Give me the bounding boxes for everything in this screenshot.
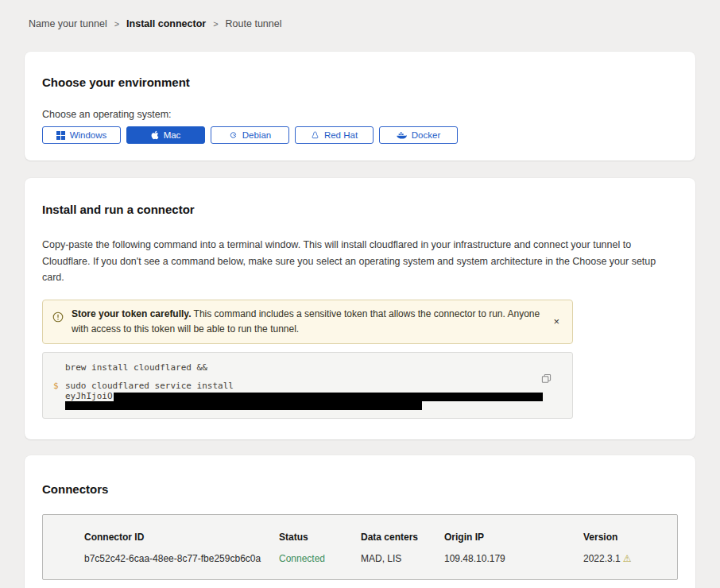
docker-whale-icon <box>397 131 407 140</box>
choose-environment-card: Choose your environment Choose an operat… <box>25 52 695 161</box>
os-button-label: Docker <box>412 130 440 140</box>
connector-origin-ip-value: 109.48.10.179 <box>444 553 583 564</box>
install-connector-card: Install and run a connector Copy-paste t… <box>25 178 695 439</box>
connector-data-centers-value: MAD, LIS <box>361 553 444 564</box>
warning-close-button[interactable]: × <box>550 313 563 330</box>
connector-status-value: Connected <box>279 553 361 564</box>
os-button-label: Debian <box>242 130 271 140</box>
token-warning-banner: Store your token carefully. This command… <box>42 300 573 344</box>
code-line-brew: brew install cloudflared && <box>43 362 572 373</box>
os-button-mac[interactable]: Mac <box>126 126 205 144</box>
breadcrumb-separator: > <box>213 19 218 29</box>
token-warning-text: Store your token carefully. This command… <box>72 307 542 337</box>
breadcrumb-step-install-connector[interactable]: Install connector <box>126 18 206 29</box>
os-button-label: Red Hat <box>324 130 358 140</box>
install-description: Copy-paste the following command into a … <box>42 237 678 286</box>
column-header-version: Version <box>583 532 669 543</box>
connectors-card: Connectors Connector ID Status Data cent… <box>25 455 695 588</box>
os-button-redhat[interactable]: Red Hat <box>295 126 374 144</box>
shell-prompt: $ <box>53 381 59 391</box>
redaction-bar <box>65 401 422 410</box>
environment-card-title: Choose your environment <box>42 75 678 89</box>
copy-command-button[interactable] <box>540 372 553 388</box>
column-header-data-centers: Data centers <box>361 532 444 543</box>
code-line-service-install: $ sudo cloudflared service install <box>43 381 572 391</box>
redaction-bar <box>114 393 543 401</box>
copy-icon <box>541 373 552 384</box>
token-prefix: eyJhIjoiO <box>65 391 113 401</box>
code-line-token: eyJhIjoiO <box>43 392 572 401</box>
os-button-label: Windows <box>70 130 107 140</box>
install-card-title: Install and run a connector <box>42 203 678 216</box>
debian-icon <box>229 131 238 140</box>
token-warning-title: Store your token carefully. <box>72 308 192 319</box>
column-header-connector-id: Connector ID <box>84 532 279 543</box>
os-button-windows[interactable]: Windows <box>42 126 121 144</box>
windows-icon <box>56 131 65 140</box>
version-warning-icon: ⚠ <box>623 553 632 564</box>
os-button-debian[interactable]: Debian <box>211 126 289 144</box>
apple-icon <box>151 130 159 140</box>
os-button-docker[interactable]: Docker <box>379 126 458 144</box>
alert-circle-icon <box>52 311 64 326</box>
breadcrumb-separator: > <box>114 19 119 29</box>
connector-id-value: b7c52c42-6caa-48ee-8c77-fbe259cb6c0a <box>84 553 279 564</box>
redhat-tux-icon <box>311 130 319 140</box>
column-header-status: Status <box>279 532 361 543</box>
connectors-table: Connector ID Status Data centers Origin … <box>42 514 678 580</box>
os-button-row: Windows Mac Debian Red Hat Docker <box>42 126 678 144</box>
breadcrumb-step-name-tunnel[interactable]: Name your tunnel <box>29 18 107 29</box>
os-select-label: Choose an operating system: <box>42 109 678 120</box>
os-button-label: Mac <box>164 130 181 140</box>
column-header-origin-ip: Origin IP <box>444 532 583 543</box>
connector-version-value: 2022.3.1 <box>583 553 621 564</box>
install-command-code-block: brew install cloudflared && $ sudo cloud… <box>42 352 573 419</box>
breadcrumb-step-route-tunnel[interactable]: Route tunnel <box>226 18 282 29</box>
breadcrumb: Name your tunnel > Install connector > R… <box>0 0 720 29</box>
connectors-card-title: Connectors <box>42 482 678 496</box>
connector-version-cell: 2022.3.1⚠ <box>583 553 669 564</box>
